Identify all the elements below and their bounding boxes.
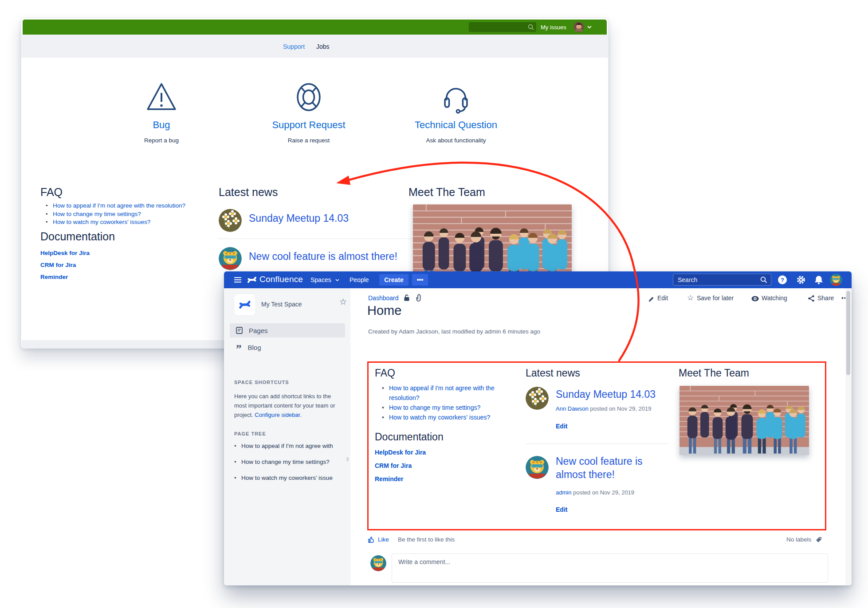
news-meta: Ann Dawson posted on Nov 29, 2019 bbox=[556, 405, 651, 412]
nav-people[interactable]: People bbox=[350, 276, 369, 283]
news-title-link[interactable]: New cool feature is almost there! bbox=[556, 455, 673, 482]
label-tag-icon[interactable] bbox=[815, 536, 822, 543]
share-icon[interactable] bbox=[808, 295, 815, 302]
my-issues-link[interactable]: My issues bbox=[541, 24, 566, 31]
tab-support[interactable]: Support bbox=[283, 43, 305, 50]
notifications-bell-icon[interactable] bbox=[814, 275, 824, 285]
comment-input[interactable] bbox=[398, 558, 815, 565]
confluence-header-bar: Confluence Spaces People Create ••• ? bbox=[224, 271, 852, 288]
page-tree-label: PAGE TREE bbox=[234, 431, 266, 436]
toolbar-watching[interactable]: Watching bbox=[762, 294, 787, 302]
faq-link[interactable]: How to watch my coworkers' issues? bbox=[53, 219, 150, 225]
news-edit-link[interactable]: Edit bbox=[556, 506, 567, 513]
author-link[interactable]: Ann Dawson bbox=[556, 405, 589, 412]
doc-link-crm[interactable]: CRM for Jira bbox=[375, 462, 426, 469]
chevron-down-icon bbox=[335, 279, 340, 282]
tile-subtitle: Raise a request bbox=[242, 137, 375, 144]
create-button[interactable]: Create bbox=[379, 274, 408, 286]
comment-box[interactable] bbox=[392, 553, 828, 583]
space-shortcuts-label: SPACE SHORTCUTS bbox=[234, 380, 289, 385]
sidebar-item-blog[interactable]: ” Blog bbox=[230, 340, 345, 354]
more-menu-button[interactable]: ••• bbox=[412, 274, 428, 286]
like-button[interactable]: Like bbox=[378, 536, 389, 543]
posted-meta: posted on Nov 29, 2019 bbox=[571, 489, 634, 496]
confluence-search-input[interactable] bbox=[678, 275, 758, 285]
news-title-link[interactable]: New cool feature is almost there! bbox=[249, 251, 397, 263]
paperclip-icon[interactable] bbox=[415, 294, 422, 302]
toolbar-edit[interactable]: Edit bbox=[657, 294, 668, 302]
configure-sidebar-link[interactable]: Configure sidebar. bbox=[255, 412, 302, 418]
save-star-icon[interactable]: ☆ bbox=[687, 293, 694, 302]
nav-spaces[interactable]: Spaces bbox=[310, 276, 331, 283]
page-tree-item[interactable]: How to appeal if I'm not agree with bbox=[234, 443, 345, 449]
confluence-user-avatar[interactable] bbox=[830, 274, 842, 286]
faq-link[interactable]: How to watch my coworkers' issues? bbox=[389, 414, 490, 421]
hamburger-menu-icon[interactable] bbox=[234, 277, 242, 283]
page-tree-item[interactable]: How to watch my coworkers' issue bbox=[234, 475, 345, 481]
faq-link[interactable]: How to appeal if I'm not agree with the … bbox=[389, 384, 495, 401]
request-tile-support[interactable]: Support Request Raise a request bbox=[242, 80, 375, 144]
portal-meet-team-heading: Meet The Team bbox=[408, 186, 485, 199]
tab-jobs[interactable]: Jobs bbox=[316, 43, 330, 50]
tile-title[interactable]: Bug bbox=[95, 119, 228, 131]
edit-pencil-icon[interactable] bbox=[648, 296, 655, 302]
portal-faq-list: How to appeal if I'm not agree with the … bbox=[45, 202, 222, 227]
toolbar-share[interactable]: Share bbox=[817, 294, 834, 302]
scrollbar-thumb[interactable] bbox=[846, 291, 850, 375]
doc-link-helpdesk[interactable]: HelpDesk for Jira bbox=[375, 449, 426, 456]
chevron-down-icon[interactable] bbox=[587, 25, 592, 29]
scrollbar-track[interactable] bbox=[845, 288, 852, 585]
portal-search-box[interactable] bbox=[469, 22, 536, 32]
space-logo[interactable] bbox=[234, 294, 255, 315]
portal-search-input[interactable] bbox=[471, 22, 525, 32]
sidebar-resize-handle[interactable]: ‖ bbox=[346, 456, 349, 463]
news-avatar-tiger bbox=[219, 247, 242, 270]
documentation-heading: Documentation bbox=[375, 431, 444, 443]
news-title-link[interactable]: Sunday Meetup 14.03 bbox=[249, 212, 349, 224]
news-title-link[interactable]: Sunday Meetup 14.03 bbox=[556, 388, 656, 400]
confluence-logo-icon bbox=[247, 275, 257, 285]
thumbs-up-icon[interactable] bbox=[368, 536, 375, 543]
confluence-product-name[interactable]: Confluence bbox=[259, 275, 303, 284]
faq-link[interactable]: How to change my time settings? bbox=[53, 211, 141, 217]
tile-title[interactable]: Support Request bbox=[242, 119, 375, 131]
doc-link-crm[interactable]: CRM for Jira bbox=[40, 262, 90, 268]
team-photo bbox=[679, 386, 809, 455]
screenshot-canvas: My issues Support Jobs Bug Report a bug … bbox=[0, 0, 868, 608]
list-item: How to watch my coworkers' issues? bbox=[45, 218, 222, 226]
unlock-icon[interactable] bbox=[403, 294, 410, 302]
doc-link-reminder[interactable]: Reminder bbox=[375, 475, 426, 482]
divider bbox=[526, 443, 668, 444]
portal-user-avatar[interactable] bbox=[573, 22, 584, 32]
sidebar-item-pages[interactable]: Pages bbox=[230, 323, 345, 337]
faq-link[interactable]: How to appeal if I'm not agree with the … bbox=[53, 202, 185, 209]
page-tree-item[interactable]: How to change my time settings? bbox=[234, 459, 345, 465]
faq-link[interactable]: How to change my time settings? bbox=[389, 404, 480, 411]
confluence-search-box[interactable] bbox=[673, 274, 771, 286]
faq-heading: FAQ bbox=[375, 367, 395, 379]
toolbar-save-for-later[interactable]: Save for later bbox=[697, 294, 734, 302]
space-name[interactable]: My Test Space bbox=[261, 301, 302, 308]
breadcrumb[interactable]: Dashboard bbox=[368, 294, 399, 302]
settings-gear-icon[interactable] bbox=[796, 275, 806, 285]
tile-title[interactable]: Technical Question bbox=[389, 119, 522, 131]
no-labels-text: No labels bbox=[786, 536, 811, 543]
news-meta: admin posted on Nov 29, 2019 bbox=[556, 489, 634, 496]
author-link[interactable]: admin bbox=[556, 489, 571, 496]
request-tile-technical[interactable]: Technical Question Ask about functionali… bbox=[389, 80, 522, 144]
quote-icon: ” bbox=[236, 347, 242, 351]
help-icon[interactable]: ? bbox=[778, 275, 787, 285]
headset-icon bbox=[389, 80, 522, 116]
news-edit-link[interactable]: Edit bbox=[556, 423, 567, 430]
doc-link-helpdesk[interactable]: HelpDesk for Jira bbox=[40, 250, 90, 256]
sidebar-item-label: Pages bbox=[249, 327, 268, 334]
page-tree-list: How to appeal if I'm not agree with How … bbox=[234, 443, 345, 490]
favorite-star-icon[interactable]: ☆ bbox=[339, 297, 347, 307]
doc-link-reminder[interactable]: Reminder bbox=[40, 274, 90, 280]
sidebar-item-label: Blog bbox=[248, 344, 261, 351]
request-tile-bug[interactable]: Bug Report a bug bbox=[95, 80, 228, 144]
watching-eye-icon[interactable] bbox=[751, 296, 759, 302]
news-avatar-tiger bbox=[526, 456, 549, 479]
like-hint: Be the first to like this bbox=[398, 536, 455, 543]
faq-list: How to appeal if I'm not agree with the … bbox=[380, 383, 514, 422]
